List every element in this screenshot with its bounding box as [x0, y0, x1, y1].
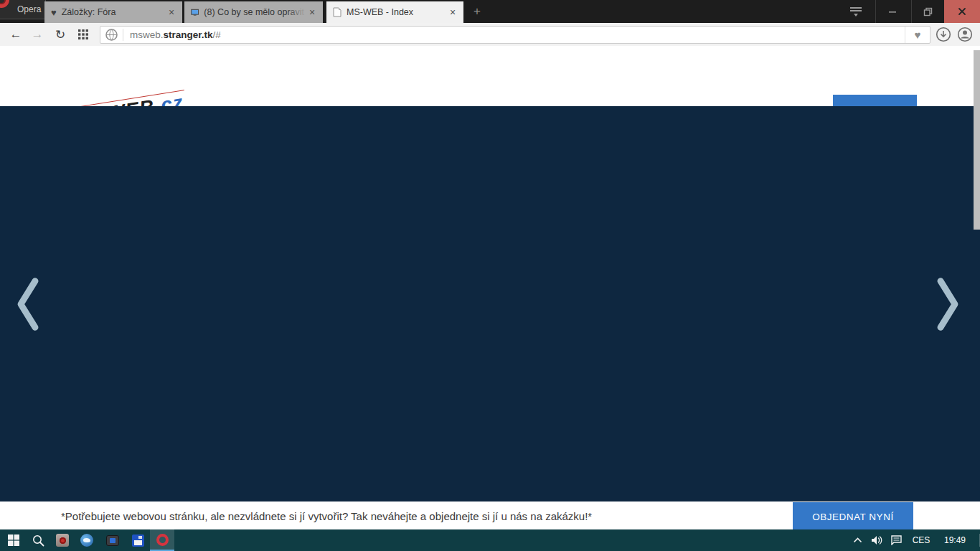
speed-dial-grid-icon: [78, 29, 88, 39]
url-divider: [123, 29, 123, 41]
close-icon: [958, 7, 966, 16]
tab-menu-icon: [849, 6, 862, 17]
opera-app-icon: [156, 534, 169, 546]
chevron-left-icon: [21, 281, 35, 327]
maximize-icon: [923, 7, 933, 17]
tray-action-center-button[interactable]: [887, 529, 905, 551]
monitor-icon: [191, 8, 199, 17]
tab-bookmarks[interactable]: ♥ Záložky: Fóra ×: [44, 1, 182, 23]
tab-title-fade: [287, 1, 306, 23]
opera-logo-icon: [0, 0, 9, 8]
recorder-app-icon: [56, 534, 69, 547]
tab-menu-button[interactable]: [839, 0, 872, 23]
windows-start-icon: [8, 534, 19, 546]
reload-icon: ↻: [55, 27, 65, 42]
site-header: MS-WEB.cz We code the future. ÚVOD O NÁS…: [0, 46, 980, 106]
tab-msweb-active[interactable]: MS-WEB - Index ×: [326, 1, 463, 23]
tab-title: MS-WEB - Index: [347, 7, 413, 17]
forward-icon: →: [32, 27, 44, 42]
site-badge-icon[interactable]: [105, 29, 118, 41]
minimize-icon: [888, 7, 897, 16]
tray-show-hidden-icons[interactable]: [848, 529, 867, 551]
volume-icon: [871, 535, 883, 545]
browser-tab-bar: Opera ♥ Záložky: Fóra × (8) Co by se měl…: [0, 0, 980, 23]
new-tab-button[interactable]: +: [468, 1, 486, 22]
forward-button[interactable]: →: [27, 23, 47, 46]
taskbar-app-recorder[interactable]: [50, 529, 75, 551]
heart-icon: ♥: [51, 7, 57, 18]
chevron-right-icon: [941, 281, 955, 327]
tab-forum[interactable]: (8) Co by se mělo opravit ×: [184, 1, 323, 23]
gadget-app-icon: [106, 535, 119, 546]
cta-text: *Potřebujete webovou stránku, ale nezvlá…: [61, 501, 592, 531]
speed-dial-button[interactable]: [73, 23, 93, 46]
downloads-button[interactable]: [933, 23, 954, 46]
reload-button[interactable]: ↻: [50, 23, 70, 46]
screen: Opera ♥ Záložky: Fóra × (8) Co by se měl…: [0, 0, 980, 551]
windows-taskbar: CES 19:49: [0, 529, 980, 551]
taskbar-app-total-commander[interactable]: [126, 529, 150, 551]
bookmark-heart-button[interactable]: ♥: [905, 27, 930, 43]
total-commander-app-icon: [132, 534, 144, 547]
opera-menu-button[interactable]: Opera: [0, 0, 46, 19]
hero-carousel: [0, 106, 980, 501]
download-icon: [936, 27, 951, 42]
taskbar-app-opera-active[interactable]: [150, 529, 174, 551]
heart-bookmark-icon: ♥: [915, 29, 921, 41]
tray-clock[interactable]: 19:49: [938, 529, 971, 551]
taskbar-app-gadget[interactable]: [100, 529, 125, 551]
browser-toolbar: ← → ↻ msweb.str: [0, 23, 980, 46]
back-icon: ←: [10, 27, 22, 42]
back-button[interactable]: ←: [6, 23, 26, 46]
url-text[interactable]: msweb.stranger.tk/#: [130, 29, 221, 40]
tray-volume-button[interactable]: [867, 529, 887, 551]
address-bar[interactable]: msweb.stranger.tk/# ♥: [100, 26, 930, 44]
close-icon[interactable]: ×: [447, 6, 458, 18]
carousel-prev-button[interactable]: [11, 276, 44, 332]
minimize-button[interactable]: [875, 0, 908, 23]
taskbar-search-button[interactable]: [26, 529, 50, 551]
close-icon[interactable]: ×: [166, 6, 177, 18]
close-window-button[interactable]: [944, 0, 980, 23]
start-button[interactable]: [1, 529, 26, 551]
search-icon: [32, 534, 44, 547]
order-now-button[interactable]: OBJEDNAT NYNÍ: [793, 502, 913, 531]
tray-chevron-up-icon: [853, 537, 862, 543]
url-domain: stranger.tk: [164, 29, 213, 40]
maximize-restore-button[interactable]: [911, 0, 944, 23]
opera-menu-label: Opera: [17, 4, 41, 14]
profile-icon: [957, 27, 973, 42]
profile-button[interactable]: [954, 23, 976, 46]
tray-language-indicator[interactable]: CES: [907, 529, 936, 551]
taskbar-app-thunderbird[interactable]: [75, 529, 99, 551]
url-suffix: /#: [213, 29, 221, 40]
thunderbird-app-icon: [80, 534, 93, 547]
document-icon: [333, 7, 341, 17]
action-center-icon: [891, 535, 902, 545]
tab-title: Záložky: Fóra: [62, 7, 116, 17]
carousel-next-button[interactable]: [931, 276, 964, 332]
close-icon[interactable]: ×: [306, 6, 318, 18]
url-prefix: msweb.: [130, 29, 164, 40]
scrollbar-thumb[interactable]: [974, 50, 980, 230]
